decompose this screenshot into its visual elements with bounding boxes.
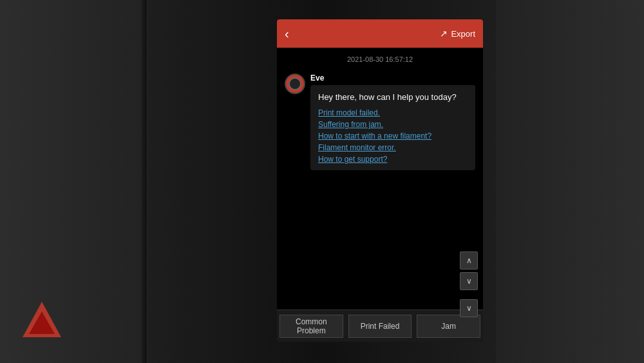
scroll-up-button[interactable]: ∧ — [460, 251, 478, 270]
device-screen: ‹ ↗ Export 2021-08-30 16:57:12 Eve Hey t… — [277, 19, 483, 342]
back-icon: ‹ — [285, 26, 289, 41]
sender-name: Eve — [310, 74, 475, 83]
avatar — [285, 74, 305, 94]
link-get-support[interactable]: How to get support? — [318, 155, 468, 164]
link-filament-monitor-error[interactable]: Filament monitor error. — [318, 143, 468, 152]
scroll-down2-button[interactable]: ∨ — [460, 299, 478, 317]
message-row: Eve Hey there, how can I help you today?… — [285, 74, 475, 170]
left-border — [142, 0, 147, 363]
right-panel — [496, 0, 644, 363]
export-icon: ↗ — [440, 28, 448, 39]
export-label: Export — [451, 29, 475, 39]
background: ‹ ↗ Export 2021-08-30 16:57:12 Eve Hey t… — [0, 0, 644, 363]
chat-timestamp: 2021-08-30 16:57:12 — [285, 55, 475, 63]
tab-print-failed[interactable]: Print Failed — [348, 315, 412, 338]
link-new-filament[interactable]: How to start with a new filament? — [318, 132, 468, 141]
message-content: Eve Hey there, how can I help you today?… — [310, 74, 475, 170]
tab-common-problem[interactable]: Common Problem — [279, 315, 343, 338]
header-bar: ‹ ↗ Export — [277, 19, 483, 48]
scroll-buttons: ∧ ∨ ∨ — [460, 251, 478, 317]
bottom-tabs: Common Problem Print Failed Jam — [277, 309, 483, 342]
export-button[interactable]: ↗ Export — [440, 28, 475, 39]
back-button[interactable]: ‹ — [285, 26, 289, 41]
tab-jam[interactable]: Jam — [417, 315, 480, 338]
message-greeting: Hey there, how can I help you today? — [318, 92, 468, 103]
chat-area: 2021-08-30 16:57:12 Eve Hey there, how c… — [277, 48, 483, 309]
logo-area — [19, 299, 71, 350]
scroll-down-button[interactable]: ∨ — [460, 272, 478, 290]
avatar-inner — [289, 77, 301, 90]
link-print-model-failed[interactable]: Print model failed. — [318, 108, 468, 117]
link-suffering-from-jam[interactable]: Suffering from jam. — [318, 120, 468, 129]
message-bubble: Hey there, how can I help you today? Pri… — [310, 85, 475, 170]
